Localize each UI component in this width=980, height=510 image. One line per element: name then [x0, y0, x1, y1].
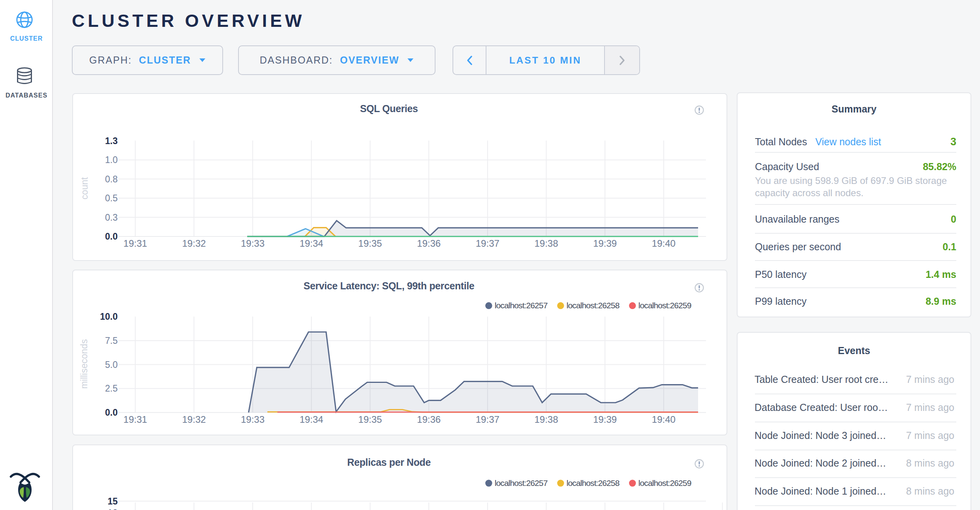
svg-text:19:33: 19:33 [241, 414, 265, 425]
svg-text:0.0: 0.0 [105, 407, 118, 418]
svg-text:0.5: 0.5 [105, 193, 118, 203]
svg-text:localhost:26259: localhost:26259 [638, 301, 691, 310]
svg-text:19:39: 19:39 [593, 238, 617, 249]
svg-text:19:39: 19:39 [593, 414, 617, 425]
svg-text:Service Latency: SQL, 99th per: Service Latency: SQL, 99th percentile [304, 280, 475, 291]
svg-text:1.0: 1.0 [105, 155, 118, 165]
svg-text:localhost:26258: localhost:26258 [567, 301, 620, 310]
svg-text:localhost:26257: localhost:26257 [495, 478, 548, 488]
svg-text:19:35: 19:35 [358, 414, 382, 425]
svg-text:Replicas per Node: Replicas per Node [347, 457, 431, 468]
svg-text:localhost:26259: localhost:26259 [638, 478, 691, 488]
svg-text:19:38: 19:38 [534, 414, 558, 425]
svg-text:19:35: 19:35 [358, 238, 382, 249]
svg-text:milliseconds: milliseconds [79, 339, 89, 388]
svg-text:19:37: 19:37 [476, 238, 499, 249]
svg-text:19:40: 19:40 [652, 238, 676, 249]
svg-text:19:37: 19:37 [476, 414, 499, 425]
svg-text:0.0: 0.0 [105, 231, 118, 242]
svg-text:19:34: 19:34 [300, 414, 323, 425]
svg-text:15: 15 [107, 496, 118, 506]
svg-text:count: count [79, 177, 90, 199]
svg-text:localhost:26257: localhost:26257 [495, 301, 548, 310]
svg-text:0.8: 0.8 [105, 174, 118, 184]
svg-text:19:38: 19:38 [534, 238, 558, 249]
svg-text:0.3: 0.3 [105, 212, 118, 223]
svg-text:19:40: 19:40 [652, 414, 676, 425]
svg-text:SQL Queries: SQL Queries [360, 103, 418, 114]
svg-text:19:34: 19:34 [300, 238, 323, 249]
svg-text:19:32: 19:32 [182, 414, 206, 425]
svg-text:19:36: 19:36 [417, 238, 441, 249]
svg-text:19:32: 19:32 [182, 238, 206, 249]
svg-text:2.5: 2.5 [105, 383, 118, 394]
svg-text:10.0: 10.0 [100, 311, 118, 322]
svg-text:1.3: 1.3 [105, 136, 118, 146]
svg-text:5.0: 5.0 [105, 360, 118, 370]
svg-text:10: 10 [107, 508, 118, 510]
svg-text:19:31: 19:31 [124, 238, 147, 249]
svg-text:7.5: 7.5 [105, 336, 118, 346]
svg-text:19:31: 19:31 [124, 414, 147, 425]
svg-text:19:36: 19:36 [417, 414, 441, 425]
svg-text:localhost:26258: localhost:26258 [567, 478, 620, 488]
svg-text:19:33: 19:33 [241, 238, 265, 249]
